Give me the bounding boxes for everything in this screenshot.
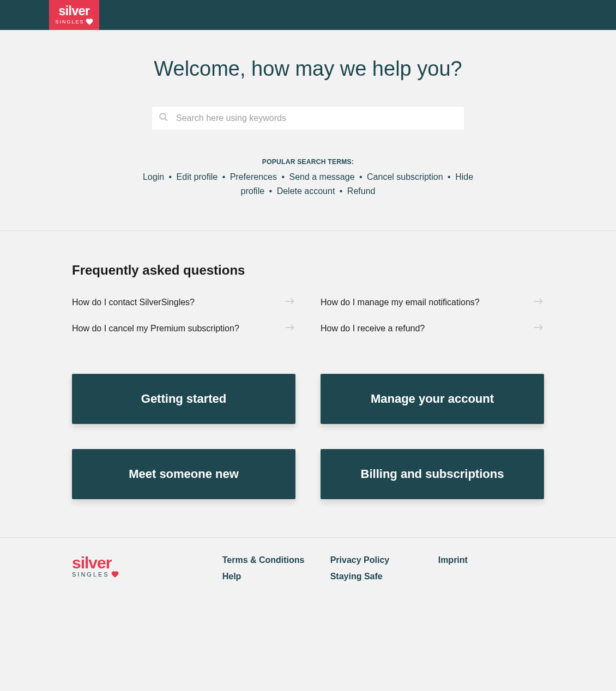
- arrow-right-icon: [533, 298, 544, 307]
- page-title: Welcome, how may we help you?: [11, 57, 605, 81]
- brand-name-bottom: SINGLES: [55, 19, 93, 25]
- faq-item[interactable]: How do I receive a refund?: [321, 324, 544, 334]
- faq-item-label: How do I manage my email notifications?: [321, 298, 480, 307]
- popular-term-link[interactable]: Cancel subscription: [367, 172, 443, 181]
- separator: •: [267, 186, 275, 196]
- topic-card-label: Billing and subscriptions: [361, 467, 504, 481]
- topic-card[interactable]: Meet someone new: [72, 449, 295, 499]
- hero-section: Welcome, how may we help you? POPULAR SE…: [0, 30, 616, 231]
- topic-card[interactable]: Getting started: [72, 374, 295, 424]
- separator: •: [279, 172, 287, 181]
- footer: silver SINGLES Terms & ConditionsPrivacy…: [0, 537, 616, 614]
- faq-item-label: How do I receive a refund?: [321, 324, 425, 334]
- brand-name-bottom-footer: SINGLES: [72, 571, 119, 578]
- brand-logo-top[interactable]: silver SINGLES: [49, 0, 99, 30]
- separator: •: [357, 172, 365, 181]
- footer-link[interactable]: Imprint: [438, 555, 546, 565]
- topic-card[interactable]: Billing and subscriptions: [321, 449, 544, 499]
- popular-term-link[interactable]: Login: [143, 172, 164, 181]
- topic-card-label: Meet someone new: [129, 467, 239, 481]
- brand-logo-footer[interactable]: silver SINGLES: [72, 555, 119, 578]
- separator: •: [337, 186, 345, 196]
- footer-link[interactable]: Privacy Policy: [330, 555, 438, 565]
- faq-item-label: How do I cancel my Premium subscription?: [72, 324, 239, 334]
- footer-link[interactable]: Terms & Conditions: [222, 555, 330, 565]
- faq-item[interactable]: How do I manage my email notifications?: [321, 298, 544, 307]
- brand-name-top: silver: [58, 5, 89, 17]
- topic-grid: Getting startedManage your accountMeet s…: [72, 374, 544, 499]
- heart-icon: [111, 571, 119, 578]
- faq-grid: How do I contact SilverSingles?How do I …: [72, 298, 544, 334]
- separator: •: [220, 172, 228, 181]
- arrow-right-icon: [285, 298, 295, 307]
- heart-icon: [86, 19, 93, 25]
- faq-item[interactable]: How do I cancel my Premium subscription?: [72, 324, 295, 334]
- search-icon: [159, 112, 168, 124]
- svg-line-1: [165, 118, 167, 121]
- popular-term-link[interactable]: Delete account: [277, 186, 335, 196]
- search-container: [152, 107, 464, 130]
- arrow-right-icon: [533, 324, 544, 334]
- footer-link[interactable]: Staying Safe: [330, 572, 438, 581]
- popular-term-link[interactable]: Preferences: [230, 172, 277, 181]
- topic-card-label: Getting started: [141, 392, 226, 406]
- topic-card-label: Manage your account: [371, 392, 494, 406]
- faq-section: Frequently asked questions How do I cont…: [72, 231, 544, 537]
- brand-name-top-footer: silver: [72, 555, 119, 570]
- faq-title: Frequently asked questions: [72, 263, 544, 278]
- popular-terms-label: POPULAR SEARCH TERMS:: [11, 158, 605, 166]
- faq-item-label: How do I contact SilverSingles?: [72, 298, 195, 307]
- topic-card[interactable]: Manage your account: [321, 374, 544, 424]
- footer-link[interactable]: Help: [222, 572, 330, 581]
- popular-term-link[interactable]: Send a message: [289, 172, 354, 181]
- footer-links: Terms & ConditionsPrivacy PolicyImprintH…: [222, 555, 546, 581]
- popular-term-link[interactable]: Edit profile: [177, 172, 218, 181]
- popular-terms-list: Login • Edit profile • Preferences • Sen…: [134, 170, 482, 198]
- separator: •: [445, 172, 454, 181]
- arrow-right-icon: [285, 324, 295, 334]
- faq-item[interactable]: How do I contact SilverSingles?: [72, 298, 295, 307]
- svg-point-0: [160, 113, 166, 119]
- popular-term-link[interactable]: Refund: [347, 186, 376, 196]
- separator: •: [166, 172, 174, 181]
- search-input[interactable]: [152, 107, 464, 130]
- header-bar: silver SINGLES: [0, 0, 616, 30]
